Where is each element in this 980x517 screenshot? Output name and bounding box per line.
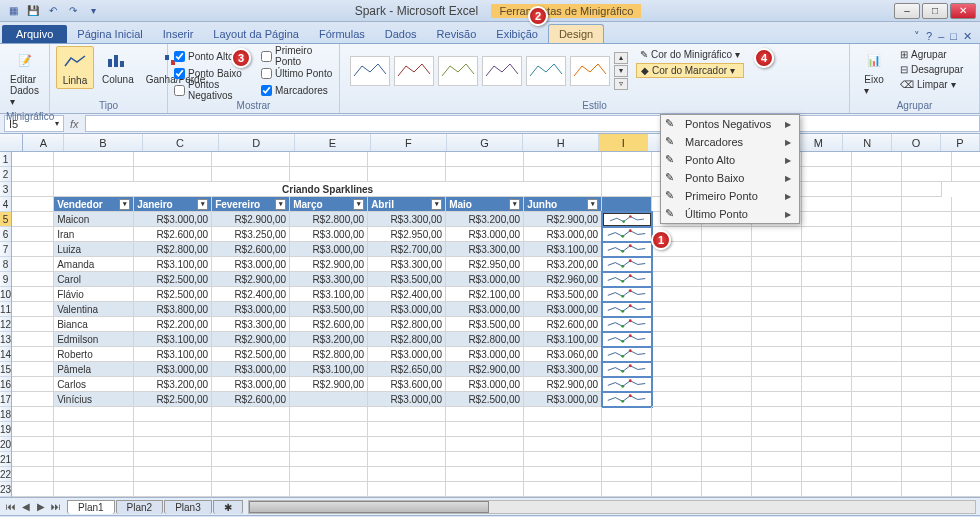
- cell[interactable]: [952, 197, 980, 212]
- value-cell[interactable]: R$2.900,00: [290, 257, 368, 272]
- value-cell[interactable]: R$3.500,00: [368, 272, 446, 287]
- value-cell[interactable]: R$2.500,00: [134, 272, 212, 287]
- sparkline-cell[interactable]: [602, 272, 652, 287]
- cell[interactable]: [802, 437, 852, 452]
- value-cell[interactable]: R$3.200,00: [134, 377, 212, 392]
- row-header[interactable]: 7: [0, 242, 11, 257]
- dropdown-item-ultimo[interactable]: ✎Último Ponto▶: [661, 205, 799, 223]
- col-header[interactable]: G: [447, 134, 523, 151]
- filter-icon[interactable]: ▾: [119, 199, 130, 210]
- filter-icon[interactable]: ▾: [431, 199, 442, 210]
- cell[interactable]: [652, 377, 702, 392]
- cell[interactable]: [852, 377, 902, 392]
- value-cell[interactable]: R$3.200,00: [446, 212, 524, 227]
- cell[interactable]: [752, 437, 802, 452]
- cell[interactable]: [902, 287, 952, 302]
- table-header-cell[interactable]: Abril▾: [368, 197, 446, 212]
- cell[interactable]: [802, 482, 852, 497]
- col-header[interactable]: A: [23, 134, 64, 151]
- value-cell[interactable]: R$3.000,00: [524, 227, 602, 242]
- cell[interactable]: [802, 242, 852, 257]
- value-cell[interactable]: R$3.300,00: [290, 272, 368, 287]
- value-cell[interactable]: R$2.200,00: [134, 317, 212, 332]
- cell[interactable]: [952, 242, 980, 257]
- row-header[interactable]: 6: [0, 227, 11, 242]
- cell[interactable]: [12, 242, 54, 257]
- table-header-cell[interactable]: Junho▾: [524, 197, 602, 212]
- cell[interactable]: [134, 482, 212, 497]
- cell[interactable]: [134, 152, 212, 167]
- cell[interactable]: [852, 197, 902, 212]
- style-item[interactable]: [350, 56, 390, 86]
- dropdown-item-alto[interactable]: ✎Ponto Alto▶: [661, 151, 799, 169]
- cell[interactable]: [54, 422, 134, 437]
- cell[interactable]: [652, 467, 702, 482]
- cell[interactable]: [952, 347, 980, 362]
- value-cell[interactable]: R$3.100,00: [290, 287, 368, 302]
- value-cell[interactable]: R$2.600,00: [524, 317, 602, 332]
- value-cell[interactable]: R$2.500,00: [134, 392, 212, 407]
- tab-formulas[interactable]: Fórmulas: [309, 25, 375, 43]
- value-cell[interactable]: R$3.200,00: [524, 257, 602, 272]
- row-header[interactable]: 5: [0, 212, 11, 227]
- value-cell[interactable]: R$3.300,00: [368, 212, 446, 227]
- cell[interactable]: [12, 272, 54, 287]
- cell[interactable]: [802, 362, 852, 377]
- cell[interactable]: [12, 422, 54, 437]
- vendor-cell[interactable]: Vinícius: [54, 392, 134, 407]
- cell[interactable]: [752, 377, 802, 392]
- cell[interactable]: [702, 377, 752, 392]
- cell[interactable]: [54, 152, 134, 167]
- cell[interactable]: [852, 362, 902, 377]
- cell[interactable]: [290, 422, 368, 437]
- cell[interactable]: [602, 152, 652, 167]
- dropdown-item-baixo[interactable]: ✎Ponto Baixo▶: [661, 169, 799, 187]
- cell[interactable]: [702, 302, 752, 317]
- cell[interactable]: [852, 212, 902, 227]
- cell[interactable]: [852, 302, 902, 317]
- sheet-nav-prev[interactable]: ◀: [19, 501, 33, 512]
- cell[interactable]: [702, 407, 752, 422]
- cell[interactable]: [702, 392, 752, 407]
- value-cell[interactable]: R$3.300,00: [368, 257, 446, 272]
- cell[interactable]: [12, 287, 54, 302]
- clear-button[interactable]: ⌫Limpar ▾: [896, 78, 967, 91]
- value-cell[interactable]: R$2.950,00: [446, 257, 524, 272]
- cell[interactable]: [952, 467, 980, 482]
- cell[interactable]: [902, 302, 952, 317]
- row-header[interactable]: 11: [0, 302, 11, 317]
- value-cell[interactable]: R$3.000,00: [368, 392, 446, 407]
- minimize-button[interactable]: –: [894, 3, 920, 19]
- cell[interactable]: [368, 452, 446, 467]
- cell[interactable]: [446, 422, 524, 437]
- cell[interactable]: [802, 227, 852, 242]
- cell[interactable]: [54, 482, 134, 497]
- cell[interactable]: [212, 167, 290, 182]
- value-cell[interactable]: R$2.950,00: [368, 227, 446, 242]
- cell[interactable]: [702, 347, 752, 362]
- cell[interactable]: [368, 407, 446, 422]
- cell[interactable]: [852, 287, 902, 302]
- value-cell[interactable]: R$2.500,00: [212, 347, 290, 362]
- cell[interactable]: [752, 407, 802, 422]
- row-header[interactable]: 2: [0, 167, 11, 182]
- value-cell[interactable]: R$2.800,00: [446, 332, 524, 347]
- sparkline-cell[interactable]: [602, 317, 652, 332]
- cell[interactable]: [12, 197, 54, 212]
- value-cell[interactable]: R$3.100,00: [524, 242, 602, 257]
- cell[interactable]: [802, 272, 852, 287]
- cell[interactable]: [952, 407, 980, 422]
- cell[interactable]: [702, 422, 752, 437]
- cell[interactable]: [12, 437, 54, 452]
- filter-icon[interactable]: ▾: [509, 199, 520, 210]
- cell[interactable]: [652, 302, 702, 317]
- col-header[interactable]: P: [941, 134, 980, 151]
- cell[interactable]: [446, 452, 524, 467]
- value-cell[interactable]: R$3.000,00: [368, 302, 446, 317]
- horizontal-scrollbar[interactable]: [248, 500, 976, 514]
- cell[interactable]: [652, 317, 702, 332]
- cell[interactable]: [702, 332, 752, 347]
- fx-icon[interactable]: fx: [64, 118, 85, 130]
- tab-review[interactable]: Revisão: [427, 25, 487, 43]
- vendor-cell[interactable]: Valentina: [54, 302, 134, 317]
